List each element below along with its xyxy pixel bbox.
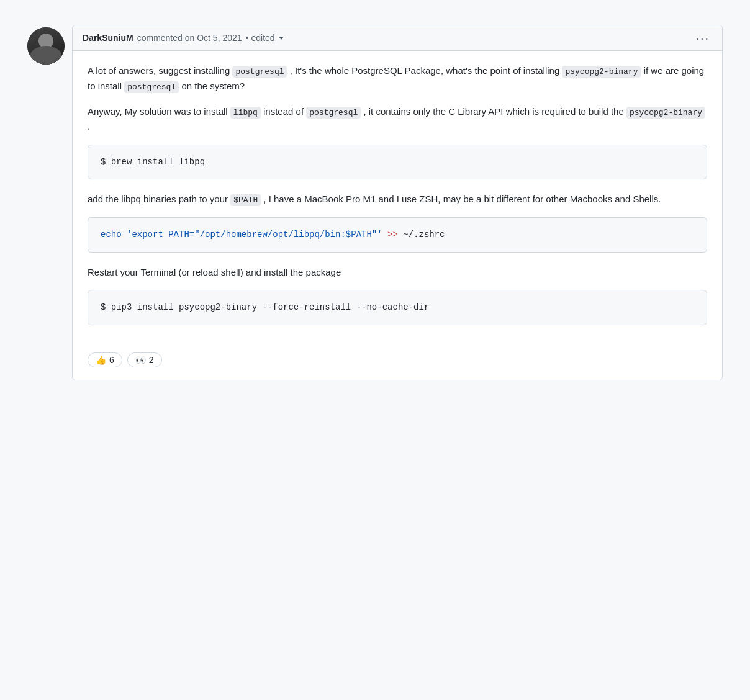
comment-box: DarkSuniuM commented on Oct 5, 2021 • ed… — [72, 25, 723, 380]
code-block-2: echo 'export PATH="/opt/homebrew/opt/lib… — [88, 217, 707, 252]
reaction-thumbs-up[interactable]: 👍 6 — [88, 352, 122, 367]
p2-text-4: . — [88, 121, 90, 132]
comment-body: A lot of answers, suggest installing pos… — [73, 51, 722, 348]
eyes-emoji: 👀 — [135, 356, 146, 364]
p2-text-1: Anyway, My solution was to install — [88, 106, 228, 117]
comment-header-left: DarkSuniuM commented on Oct 5, 2021 • ed… — [83, 33, 284, 43]
paragraph-4: Restart your Terminal (or reload shell) … — [88, 265, 707, 280]
comment-author[interactable]: DarkSuniuM — [83, 33, 133, 43]
eyes-count: 2 — [149, 356, 154, 364]
reactions-bar: 👍 6 👀 2 — [73, 348, 722, 380]
code-block-2-blue: echo 'export PATH="/opt/homebrew/opt/lib… — [101, 230, 382, 240]
paragraph-3: add the libpq binaries path to your $PAT… — [88, 192, 707, 207]
paragraph-1: A lot of answers, suggest installing pos… — [88, 63, 707, 94]
chevron-down-icon[interactable] — [279, 37, 284, 40]
code-block-1-text: $ brew install libpq — [101, 157, 205, 167]
comment-meta-text: commented on Oct 5, 2021 — [137, 33, 242, 43]
p4-text: Restart your Terminal (or reload shell) … — [88, 267, 341, 277]
avatar-image — [27, 27, 65, 65]
p1-text-1: A lot of answers, suggest installing — [88, 65, 230, 76]
p2-code-3: psycopg2-binary — [626, 107, 705, 119]
edited-badge: • edited — [246, 33, 284, 43]
p1-code-2: psycopg2-binary — [562, 66, 641, 78]
code-block-2-red: >> — [387, 230, 403, 240]
p3-code-1: $PATH — [230, 194, 261, 206]
reaction-eyes[interactable]: 👀 2 — [127, 352, 162, 367]
edited-label: edited — [251, 33, 274, 43]
code-block-3: $ pip3 install psycopg2-binary --force-r… — [88, 290, 707, 325]
avatar — [27, 27, 65, 65]
p3-text-1: add the libpq binaries path to your — [88, 194, 228, 204]
p2-code-1: libpq — [230, 107, 261, 119]
p2-text-2: instead of — [263, 106, 304, 117]
more-options-button[interactable]: ··· — [693, 32, 712, 44]
comment-wrapper: DarkSuniuM commented on Oct 5, 2021 • ed… — [27, 12, 723, 393]
paragraph-2: Anyway, My solution was to install libpq… — [88, 104, 707, 135]
p1-code-1: postgresql — [232, 66, 287, 78]
avatar-column — [27, 25, 65, 380]
p1-text-2: , It's the whole PostgreSQL Package, wha… — [290, 65, 560, 76]
thumbs-up-count: 6 — [109, 356, 114, 364]
comment-header: DarkSuniuM commented on Oct 5, 2021 • ed… — [73, 25, 722, 51]
p1-code-3: postgresql — [124, 81, 179, 93]
p1-text-4: on the system? — [181, 81, 245, 91]
code-block-3-text: $ pip3 install psycopg2-binary --force-r… — [101, 302, 429, 312]
thumbs-up-emoji: 👍 — [96, 356, 106, 364]
code-block-2-gray: ~/.zshrc — [403, 230, 445, 240]
code-block-1: $ brew install libpq — [88, 145, 707, 179]
p2-text-3: , it contains only the C Library API whi… — [363, 106, 623, 117]
p2-code-2: postgresql — [306, 107, 361, 119]
p3-text-2: , I have a MacBook Pro M1 and I use ZSH,… — [263, 194, 661, 204]
